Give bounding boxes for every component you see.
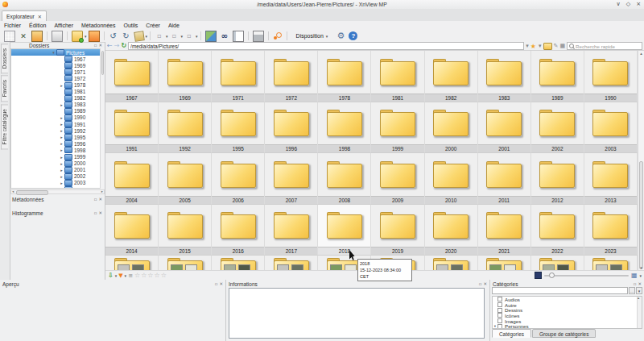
tree-item-1982[interactable]: 1982 <box>11 95 104 102</box>
chevron-down-icon[interactable]: ▾ <box>196 34 198 39</box>
detach-panel-icon[interactable] <box>634 281 637 286</box>
rating-star-icon[interactable]: ☆ <box>141 272 147 279</box>
tree-item-pictures[interactable]: ▾ Pictures <box>11 49 104 56</box>
batch-convert-icon[interactable] <box>134 31 145 42</box>
detach-panel-icon[interactable] <box>94 43 97 48</box>
label-2-icon[interactable] <box>170 31 180 41</box>
expander-icon[interactable]: ▸ <box>60 187 64 189</box>
expander-icon[interactable]: ▸ <box>60 135 64 139</box>
grid-vertical-scrollbar[interactable]: ▴ ▾ <box>638 51 644 270</box>
browser-icon[interactable] <box>4 31 15 42</box>
menu-item-3[interactable]: Métadonnées <box>77 23 119 28</box>
minimize-icon[interactable] <box>617 0 621 9</box>
viewer-icon[interactable] <box>52 31 63 42</box>
tree-horizontal-scrollbar[interactable]: ◂ ▸ <box>10 189 105 194</box>
tree-item-2002[interactable]: ▸2002 <box>11 173 104 180</box>
tree-item-1990[interactable]: ▸1990 <box>11 114 104 121</box>
close-panel-icon[interactable] <box>638 281 642 286</box>
tree-item-1971[interactable]: 1971 <box>11 69 104 75</box>
view-mode-icon[interactable]: ▦ <box>631 272 638 279</box>
tree-item-1995[interactable]: ▸1995 <box>11 134 104 140</box>
sidebar-tab-2[interactable]: Filtre catalogue <box>1 104 8 149</box>
expander-icon[interactable]: ▸ <box>60 122 64 127</box>
expander-icon[interactable]: ▸ <box>60 102 64 107</box>
folder-shortcut-icon[interactable] <box>543 43 552 50</box>
tree-item-1978[interactable]: ▸1978 <box>11 81 104 88</box>
menu-item-5[interactable]: Créer <box>142 23 164 28</box>
category-scrollbar[interactable] <box>637 297 642 328</box>
back-icon[interactable]: ← <box>107 42 113 50</box>
import-icon[interactable]: ⇩ <box>108 272 114 279</box>
rating-star-icon[interactable]: ☆ <box>147 272 154 279</box>
folder-item-2002[interactable]: 2002 <box>531 102 584 154</box>
favorites-star-icon[interactable]: ★ <box>530 43 537 50</box>
tree-item-2004[interactable]: ▸2004 <box>11 186 104 189</box>
folder-item-2022[interactable]: 2022 <box>531 205 584 256</box>
sort-icon[interactable]: ≡ <box>128 272 133 279</box>
tree-item-1981[interactable]: 1981 <box>11 89 104 95</box>
folder-item-1978[interactable]: 1978 <box>318 51 371 102</box>
folder-item-2021[interactable]: 2021 <box>478 205 531 256</box>
expander-icon[interactable]: ▸ <box>60 161 64 166</box>
search-icon[interactable] <box>220 31 229 41</box>
folder-item-1995[interactable]: 1995 <box>212 102 265 154</box>
filter-funnel-icon[interactable]: ▼ <box>118 272 122 279</box>
folder-item-2008[interactable]: 2008 <box>318 153 371 205</box>
folder-item-1971[interactable]: 1971 <box>212 51 265 102</box>
folder-item-partial[interactable] <box>584 256 638 270</box>
folder-item-1981[interactable]: 1981 <box>371 51 424 102</box>
tree-item-1983[interactable]: ▸1983 <box>11 102 104 108</box>
expander-icon[interactable]: ▸ <box>60 181 64 185</box>
chevron-down-icon[interactable]: ▾ <box>181 34 184 39</box>
new-folder-icon[interactable] <box>72 31 83 42</box>
forward-icon[interactable]: → <box>114 42 120 50</box>
fullscreen-icon[interactable] <box>19 31 28 41</box>
path-dropdown-icon[interactable]: ▾ <box>526 43 529 49</box>
tree-item-1991[interactable]: ▸1991 <box>11 121 104 127</box>
folder-item-2012[interactable]: 2012 <box>531 153 584 205</box>
folder-item-partial[interactable] <box>212 256 265 270</box>
chevron-down-icon[interactable]: ▾ <box>115 273 118 278</box>
folder-item-2003[interactable]: 2003 <box>584 102 638 154</box>
close-panel-icon[interactable] <box>483 281 487 286</box>
tree-item-1992[interactable]: ▸1992 <box>11 127 104 134</box>
sidebar-tab-0[interactable]: Dossiers <box>1 44 8 73</box>
edit-filter-icon[interactable]: ✎ <box>554 43 559 49</box>
folder-item-2001[interactable]: 2001 <box>478 102 531 154</box>
folder-item-2019[interactable]: 2019 <box>371 205 424 256</box>
rotate-right-icon[interactable] <box>122 31 131 41</box>
label-1-icon[interactable] <box>155 31 164 41</box>
expander-icon[interactable]: ▸ <box>60 148 64 152</box>
folder-item-partial[interactable] <box>105 256 159 270</box>
scroll-right-icon[interactable]: ▸ <box>101 189 103 193</box>
expander-icon[interactable]: ▸ <box>60 174 64 179</box>
sidebar-tab-1[interactable]: Favoris <box>1 75 8 102</box>
expander-icon[interactable]: ▸ <box>60 141 64 146</box>
scroll-up-icon[interactable]: ▴ <box>638 51 644 56</box>
folder-item-1991[interactable]: 1991 <box>105 102 159 154</box>
maximize-icon[interactable] <box>626 0 630 9</box>
tree-item-2001[interactable]: ▸2001 <box>11 167 104 173</box>
detach-panel-icon[interactable] <box>215 281 218 286</box>
folder-item-2006[interactable]: 2006 <box>212 153 265 205</box>
tab-explorateur[interactable]: Explorateur ✕ <box>2 10 47 22</box>
detach-panel-icon[interactable] <box>479 281 482 286</box>
expander-icon[interactable]: ▾ <box>52 50 56 55</box>
menu-item-4[interactable]: Outils <box>119 23 142 28</box>
more-button[interactable]: … <box>629 287 635 294</box>
folder-item-2005[interactable]: 2005 <box>159 153 212 205</box>
folder-item-2015[interactable]: 2015 <box>159 205 212 256</box>
chevron-down-icon[interactable]: ▾ <box>539 43 542 49</box>
settings-icon[interactable] <box>336 31 345 41</box>
detach-panel-icon[interactable] <box>94 197 97 202</box>
folder-item-2017[interactable]: 2017 <box>265 205 318 256</box>
expander-icon[interactable]: ▸ <box>60 83 64 88</box>
folder-item-2011[interactable]: 2011 <box>478 153 531 205</box>
scrollbar-thumb[interactable] <box>16 190 48 195</box>
folder-item-1996[interactable]: 1996 <box>265 102 318 154</box>
compare-icon[interactable] <box>233 31 244 42</box>
folder-item-2020[interactable]: 2020 <box>425 205 478 256</box>
expander-icon[interactable]: ▸ <box>60 128 64 133</box>
tree-item-2003[interactable]: ▸2003 <box>11 180 104 186</box>
folder-item-1972[interactable]: 1972 <box>265 51 318 102</box>
